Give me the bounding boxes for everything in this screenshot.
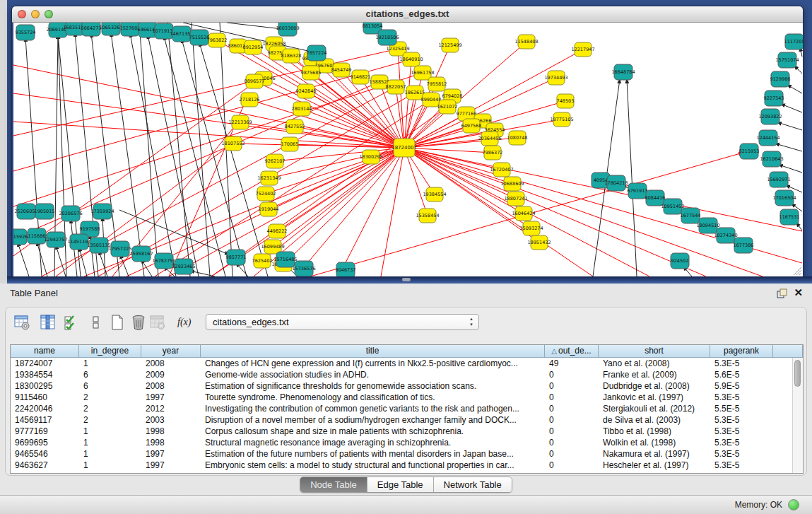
table-cell: Estimation of the future numbers of pati… [201,448,545,460]
new-table-icon[interactable] [109,314,126,331]
table-cell: 1997 [141,460,201,471]
table-row[interactable]: 1830029562008Estimation of significance … [11,380,793,392]
graph-node-label: 1117205 [784,39,803,45]
graph-node-label: 13505135 [87,243,110,248]
table-settings-icon[interactable] [13,314,30,331]
table-row[interactable]: 911546021997Tourette syndrome. Phenomeno… [11,392,793,403]
dropdown-arrows-icon: ▲▼ [469,316,473,327]
graph-edge [139,23,158,276]
canvas-resize-grip[interactable] [796,270,801,275]
minimize-window-button[interactable] [31,10,40,18]
column-header-year[interactable]: year [141,345,201,358]
graph-node-label: 7515526 [189,35,210,40]
graph-node-label: 1167531 [779,214,800,220]
graph-node-label: 1905015 [35,209,55,214]
memory-status-indicator [788,499,799,510]
graph-edge [99,251,107,276]
table-row[interactable]: 969969511998Structural magnetic resonanc… [11,437,793,448]
graph-node-label: 6497568 [461,123,482,129]
graph-node-label: 10274340 [714,233,737,238]
canvas-resize-grip[interactable] [799,273,801,275]
network-canvas[interactable]: 7963822886012889129541822605898275058186… [13,23,803,276]
table-cell: Franke et al. (2009) [599,369,710,380]
column-header-short[interactable]: short [599,345,710,358]
table-cell: 6 [79,380,141,392]
column-header-in_degree[interactable]: in_degree [79,345,141,358]
graph-edge [775,144,802,151]
table-tabs-bar: Node TableEdge TableNetwork Table [0,477,812,493]
graph-node-label: 16099489 [261,244,284,250]
table-cell: Corpus callosum shape and size in male p… [201,426,545,437]
graph-node-label: 18640910 [399,57,423,62]
maximize-window-button[interactable] [45,10,53,18]
delete-table-icon[interactable] [149,314,166,331]
table-scrollbar[interactable] [792,358,803,473]
table-cell: 1 [79,426,141,437]
row-selection-icon[interactable] [88,314,105,331]
close-window-button[interactable] [18,10,26,18]
graph-node-label: 7625402 [252,258,273,264]
graph-node-label: 16046424 [512,211,535,216]
table-cell: 22420046 [11,403,79,414]
graph-node-label: 8990448 [421,97,442,103]
graph-node-label: 19218506 [375,35,399,40]
table-row[interactable]: 977716911998Corpus callosum shape and si… [11,426,793,437]
window-titlebar[interactable]: citations_edges.txt [12,6,803,23]
table-cell: 9463627 [11,460,79,471]
tab-network-table[interactable]: Network Table [434,477,512,492]
table-row[interactable]: 2242004622012Investigating the contribut… [11,403,793,414]
table-cell: 1 [79,437,141,448]
function-builder-icon[interactable]: f(x) [177,314,199,331]
column-header-out_de[interactable]: △out_de... [545,345,599,358]
tab-node-table[interactable]: Node Table [300,477,367,492]
table-cell: 6 [79,369,141,380]
table-chooser-dropdown[interactable]: citations_edges.txt ▲▼ [206,314,479,330]
table-cell: Jankovic et al. (1997) [599,392,710,403]
table-cell: Disruption of a novel member of a sodium… [201,414,545,426]
select-all-rows-icon[interactable] [63,314,80,331]
graph-node-label: 7955812 [427,81,447,87]
table-cell: 5.3E-5 [710,448,773,460]
graph-node-label: 10688609 [500,181,524,187]
column-header-title[interactable]: title [201,345,545,358]
table-cell: 5.5E-5 [710,403,773,414]
table-row[interactable]: 946554611997Estimation of the future num… [11,448,793,460]
table-cell: 5.3E-5 [710,414,773,426]
close-panel-icon[interactable]: ✕ [794,286,803,299]
graph-node-label: 7963822 [207,37,228,43]
delete-rows-icon[interactable] [130,314,147,331]
citation-network-graph[interactable]: 7963822886012889129541822605898275058186… [13,23,803,276]
graph-node-label: 8427552 [285,124,305,129]
table-cell: 5.3E-5 [710,437,773,448]
table-row[interactable]: 1456911722003Disruption of a novel membe… [11,414,793,426]
graph-node-label: 12923465 [172,264,195,269]
graph-node-label: 4498222 [267,228,288,234]
graph-node-label: 11548408 [514,39,538,45]
column-select-icon[interactable] [40,314,57,331]
scrollbar-thumb[interactable] [794,360,801,387]
table-cell: Embryonic stem cells: a model to study s… [201,460,545,471]
table-row[interactable]: 1938455462009Genome-wide association stu… [11,369,793,380]
column-header-name[interactable]: name [11,345,79,358]
graph-node-label: 18724007 [392,145,417,151]
graph-node-label: 8215953 [739,148,760,154]
graph-edge [190,271,215,276]
table-panel: Table Panel ✕ [0,284,812,514]
column-header-pagerank[interactable]: pagerank [710,345,773,358]
network-view-window[interactable]: citations_edges.txt 79638228860128891295… [11,6,804,276]
table-row[interactable]: 946362711997Embryonic stem cells: a mode… [11,460,793,471]
tab-edge-table[interactable]: Edge Table [367,477,434,492]
table-cell: 9115460 [11,392,79,403]
table-row[interactable]: 1872400712008Changes of HCN gene express… [11,358,793,369]
panel-splitter-handle[interactable] [402,278,411,281]
table-cell: 5.3E-5 [710,460,773,471]
table-cell: 1 [79,358,141,369]
graph-node-label: 924502 [671,258,689,264]
table-cell: 19384554 [11,369,79,380]
graph-edge [781,104,802,112]
graph-node-label: 9084416 [645,195,666,201]
table-cell: de Silva et al. (2003) [599,414,710,426]
float-panel-icon[interactable] [777,288,787,299]
graph-node-label: 7524402 [256,191,276,197]
table-cell: Structural magnetic resonance image aver… [201,437,545,448]
